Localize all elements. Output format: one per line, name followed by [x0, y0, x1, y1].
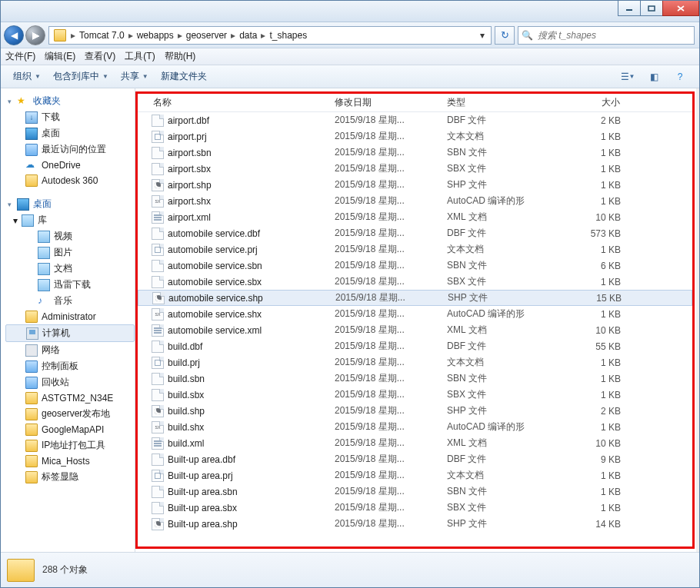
sidebar-item-music[interactable]: ♪音乐	[5, 293, 135, 309]
sidebar-favorites-head[interactable]: ▾★收藏夹	[5, 93, 135, 109]
folder-icon	[25, 424, 38, 436]
sidebar-item-xunlei[interactable]: 迅雷下载	[5, 277, 135, 293]
sidebar-item-pictures[interactable]: 图片	[5, 244, 135, 261]
sidebar-item-autodesk[interactable]: Autodesk 360	[5, 173, 135, 188]
maximize-button[interactable]	[640, 1, 663, 16]
sidebar-item-downloads[interactable]: 下载	[5, 109, 135, 125]
sidebar[interactable]: ▾★收藏夹 下载 桌面 最近访问的位置 ☁OneDrive Autodesk 3…	[1, 88, 135, 552]
search-box[interactable]: 🔍	[518, 26, 695, 45]
table-row[interactable]: Built-up area.dbf2015/9/18 星期...DBF 文件9 …	[138, 451, 692, 467]
sidebar-item-admin[interactable]: Administrator	[5, 309, 135, 324]
breadcrumb-segment[interactable]: data	[237, 30, 259, 41]
table-row[interactable]: build.shx2015/9/18 星期...AutoCAD 编译的形1 KB	[138, 419, 692, 435]
table-row[interactable]: Built-up area.prj2015/9/18 星期...文本文档1 KB	[138, 467, 692, 483]
table-row[interactable]: Built-up area.sbn2015/9/18 星期...SBN 文件1 …	[138, 483, 692, 500]
toolbar-share[interactable]: 共享▼	[115, 68, 155, 86]
table-row[interactable]: airport.sbn2015/9/18 星期...SBN 文件1 KB	[138, 145, 692, 161]
table-row[interactable]: airport.xml2015/9/18 星期...XML 文档10 KB	[138, 209, 692, 225]
table-row[interactable]: Built-up area.sbx2015/9/18 星期...SBX 文件1 …	[138, 500, 692, 516]
sidebar-item-label: 桌面	[42, 127, 60, 140]
menu-tools[interactable]: 工具(T)	[125, 50, 155, 63]
menu-view[interactable]: 查看(V)	[85, 50, 115, 63]
sidebar-item-label: 下载	[42, 111, 60, 124]
sidebar-item-libraries[interactable]: ▾库	[5, 212, 135, 228]
breadcrumb-segment[interactable]: geoserver	[184, 30, 229, 41]
table-row[interactable]: build.sbx2015/9/18 星期...SBX 文件1 KB	[138, 387, 692, 403]
column-header-name[interactable]: 名称	[138, 96, 330, 109]
column-header-date[interactable]: 修改日期	[330, 96, 442, 109]
sidebar-item-folder[interactable]: IP地址打包工具	[5, 437, 135, 453]
sidebar-item-computer[interactable]: 计算机	[5, 324, 135, 342]
sidebar-item-folder[interactable]: GoogleMapAPI	[5, 422, 135, 437]
sidebar-item-network[interactable]: 网络	[5, 342, 135, 358]
table-row[interactable]: automobile service.sbn2015/9/18 星期...SBN…	[138, 257, 692, 274]
breadcrumb-segment[interactable]: t_shapes	[267, 30, 309, 41]
table-row[interactable]: build.sbn2015/9/18 星期...SBN 文件1 KB	[138, 370, 692, 387]
table-row[interactable]: Built-up area.shp2015/9/18 星期...SHP 文件14…	[138, 516, 692, 532]
breadcrumb-segment[interactable]: Tomcat 7.0	[77, 30, 127, 41]
sidebar-item-folder[interactable]: ASTGTM2_N34E	[5, 390, 135, 406]
column-header-size[interactable]: 大小	[542, 96, 625, 109]
file-size: 10 KB	[542, 325, 625, 336]
column-header-type[interactable]: 类型	[442, 96, 542, 109]
table-row[interactable]: airport.shx2015/9/18 星期...AutoCAD 编译的形1 …	[138, 193, 692, 209]
video-icon	[38, 231, 50, 243]
view-options-button[interactable]: ☰ ▼	[615, 71, 641, 82]
table-row[interactable]: airport.sbx2015/9/18 星期...SBX 文件1 KB	[138, 161, 692, 177]
menu-help[interactable]: 帮助(H)	[165, 50, 196, 63]
file-icon	[152, 324, 164, 337]
table-row[interactable]: airport.prj2015/9/18 星期...文本文档1 KB	[138, 128, 692, 145]
sidebar-item-controlpanel[interactable]: 控制面板	[5, 358, 135, 374]
file-size: 55 KB	[542, 341, 625, 352]
table-row[interactable]: airport.dbf2015/9/18 星期...DBF 文件2 KB	[138, 112, 692, 128]
nav-forward-button[interactable]: ▶	[25, 25, 45, 45]
sidebar-desktop-head[interactable]: ▾桌面	[5, 196, 135, 212]
sidebar-item-onedrive[interactable]: ☁OneDrive	[5, 158, 135, 173]
table-row[interactable]: build.dbf2015/9/18 星期...DBF 文件55 KB	[138, 338, 692, 354]
toolbar-organize[interactable]: 组织▼	[7, 68, 47, 86]
table-row[interactable]: automobile service.prj2015/9/18 星期...文本文…	[138, 241, 692, 257]
table-row[interactable]: build.shp2015/9/18 星期...SHP 文件2 KB	[138, 403, 692, 419]
sidebar-item-documents[interactable]: 文档	[5, 261, 135, 277]
minimize-button[interactable]	[618, 1, 641, 16]
menu-edit[interactable]: 编辑(E)	[45, 50, 75, 63]
table-row[interactable]: automobile service.shp2015/9/18 星期...SHP…	[138, 290, 692, 306]
breadcrumb-dropdown-button[interactable]: ▾	[475, 27, 489, 44]
file-type: SBX 文件	[442, 501, 542, 514]
table-row[interactable]: build.prj2015/9/18 星期...文本文档1 KB	[138, 354, 692, 370]
table-row[interactable]: airport.shp2015/9/18 星期...SHP 文件1 KB	[138, 177, 692, 193]
preview-pane-button[interactable]: ◧	[641, 71, 667, 82]
sidebar-item-label: 迅雷下载	[54, 278, 91, 291]
sidebar-item-recycle[interactable]: 回收站	[5, 374, 135, 390]
table-row[interactable]: build.xml2015/9/18 星期...XML 文档10 KB	[138, 435, 692, 451]
sidebar-item-label: Mica_Hosts	[42, 456, 90, 467]
sidebar-item-desktop[interactable]: 桌面	[5, 125, 135, 141]
sidebar-item-videos[interactable]: 视频	[5, 228, 135, 244]
table-row[interactable]: automobile service.xml2015/9/18 星期...XML…	[138, 322, 692, 338]
file-icon	[152, 147, 164, 159]
table-row[interactable]: automobile service.dbf2015/9/18 星期...DBF…	[138, 225, 692, 241]
sidebar-item-label: 音乐	[54, 294, 72, 307]
sidebar-item-folder[interactable]: geoserver发布地	[5, 406, 135, 422]
file-icon	[152, 195, 164, 208]
help-button[interactable]: ?	[667, 71, 693, 82]
toolbar-include[interactable]: 包含到库中▼	[47, 68, 115, 86]
file-list[interactable]: airport.dbf2015/9/18 星期...DBF 文件2 KBairp…	[138, 112, 692, 546]
breadcrumb-segment[interactable]: webapps	[135, 30, 176, 41]
menu-file[interactable]: 文件(F)	[5, 50, 35, 63]
breadcrumb[interactable]: ▸ Tomcat 7.0 ▸ webapps ▸ geoserver ▸ dat…	[48, 26, 492, 45]
file-name: airport.sbn	[168, 148, 212, 158]
refresh-button[interactable]: ↻	[495, 26, 515, 45]
close-button[interactable]	[662, 1, 699, 16]
file-date: 2015/9/18 星期...	[330, 356, 442, 369]
table-row[interactable]: automobile service.sbx2015/9/18 星期...SBX…	[138, 274, 692, 290]
sidebar-item-folder[interactable]: Mica_Hosts	[5, 453, 135, 469]
file-size: 1 KB	[542, 180, 625, 191]
sidebar-item-folder[interactable]: 标签显隐	[5, 469, 135, 485]
nav-back-button[interactable]: ◀	[4, 25, 24, 45]
table-row[interactable]: automobile service.shx2015/9/18 星期...Aut…	[138, 306, 692, 322]
file-size: 1 KB	[542, 148, 625, 158]
toolbar-newfolder[interactable]: 新建文件夹	[155, 68, 213, 86]
sidebar-item-recent[interactable]: 最近访问的位置	[5, 141, 135, 158]
search-input[interactable]	[536, 29, 691, 42]
